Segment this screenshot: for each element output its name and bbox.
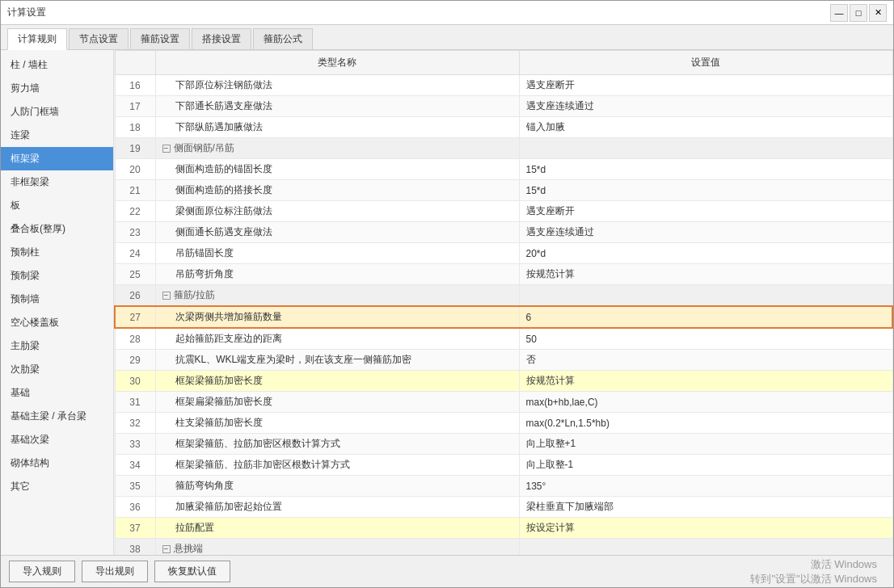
footer: 导入规则 导出规则 恢复默认值 激活 Windows转到"设置"以激活 Wind… [1, 555, 893, 587]
minimize-button[interactable]: — [830, 4, 848, 22]
tab-lap-settings[interactable]: 搭接设置 [192, 28, 251, 49]
title-controls: — □ ✕ [830, 4, 887, 22]
row-number: 21 [115, 180, 155, 201]
sidebar-item-sub-rib[interactable]: 次肋梁 [1, 358, 113, 381]
row-value: 15*d [519, 159, 892, 180]
title-bar: 计算设置 — □ ✕ [1, 1, 893, 25]
sidebar-item-composite-slab[interactable]: 叠合板(整厚) [1, 217, 113, 241]
row-number: 24 [115, 243, 155, 264]
tab-stirrup-settings[interactable]: 箍筋设置 [130, 28, 190, 49]
sidebar-item-foundation-main[interactable]: 基础主梁 / 承台梁 [1, 405, 113, 428]
row-number: 31 [115, 392, 155, 413]
row-value: 向上取整-1 [519, 455, 892, 476]
sidebar-item-col-wall[interactable]: 柱 / 墙柱 [1, 53, 113, 77]
row-name: −箍筋/拉筋 [155, 285, 519, 307]
row-name: 箍筋弯钩角度 [155, 476, 519, 497]
sidebar-item-foundation-sub[interactable]: 基础次梁 [1, 428, 113, 452]
sidebar-item-precast-col[interactable]: 预制柱 [1, 241, 113, 264]
row-name: −侧面钢筋/吊筋 [155, 138, 519, 159]
row-number: 27 [115, 306, 155, 328]
table-row[interactable]: 26−箍筋/拉筋 [115, 285, 892, 307]
row-value: 按规范计算 [519, 264, 892, 285]
row-number: 30 [115, 371, 155, 392]
row-value [519, 138, 892, 159]
col-header-value: 设置值 [519, 51, 892, 75]
row-name: 梁侧面原位标注筋做法 [155, 201, 519, 222]
restore-button[interactable]: 恢复默认值 [154, 561, 230, 582]
table-row[interactable]: 29抗震KL、WKL端支座为梁时，则在该支座一侧箍筋加密否 [115, 350, 892, 371]
table-row[interactable]: 38−悬挑端 [115, 539, 892, 556]
row-name: 次梁两侧共增加箍筋数量 [155, 306, 519, 328]
row-name: 加腋梁箍筋加密起始位置 [155, 497, 519, 518]
row-number: 37 [115, 518, 155, 539]
sidebar-item-slab[interactable]: 板 [1, 194, 113, 217]
row-number: 16 [115, 75, 155, 96]
tab-stirrup-formula[interactable]: 箍筋公式 [253, 28, 313, 49]
sidebar-item-masonry[interactable]: 砌体结构 [1, 452, 113, 475]
close-button[interactable]: ✕ [869, 4, 887, 22]
tab-node-settings[interactable]: 节点设置 [69, 28, 129, 49]
table-row[interactable]: 28起始箍筋距支座边的距离50 [115, 328, 892, 350]
table-row[interactable]: 24吊筋锚固长度20*d [115, 243, 892, 264]
row-name: 抗震KL、WKL端支座为梁时，则在该支座一侧箍筋加密 [155, 350, 519, 371]
table-row[interactable]: 36加腋梁箍筋加密起始位置梁柱垂直下加腋端部 [115, 497, 892, 518]
sidebar-item-beam[interactable]: 连梁 [1, 124, 113, 147]
table-row[interactable]: 21侧面构造筋的搭接长度15*d [115, 180, 892, 201]
collapse-icon[interactable]: − [162, 292, 171, 300]
row-name: 吊筋弯折角度 [155, 264, 519, 285]
table-row[interactable]: 23侧面通长筋遇支座做法遇支座连续通过 [115, 222, 892, 243]
table-row[interactable]: 18下部纵筋遇加腋做法锚入加腋 [115, 117, 892, 138]
table-row[interactable]: 16下部原位标注钢筋做法遇支座断开 [115, 75, 892, 96]
sidebar-item-foundation[interactable]: 基础 [1, 381, 113, 405]
row-value: 6 [519, 306, 892, 328]
row-number: 25 [115, 264, 155, 285]
collapse-icon[interactable]: − [162, 545, 171, 553]
table-row[interactable]: 30框架梁箍筋加密长度按规范计算 [115, 371, 892, 392]
table-row[interactable]: 33框架梁箍筋、拉筋加密区根数计算方式向上取整+1 [115, 434, 892, 455]
sidebar-item-frame-beam[interactable]: 框架梁 [1, 147, 113, 170]
sidebar-item-precast-wall[interactable]: 预制墙 [1, 288, 113, 311]
row-value: 50 [519, 328, 892, 350]
table-row[interactable]: 19−侧面钢筋/吊筋 [115, 138, 892, 159]
export-button[interactable]: 导出规则 [82, 561, 148, 582]
sidebar-item-hollow-slab[interactable]: 空心楼盖板 [1, 311, 113, 334]
sidebar-item-other[interactable]: 其它 [1, 475, 113, 498]
row-value: 遇支座连续通过 [519, 222, 892, 243]
table-row[interactable]: 27次梁两侧共增加箍筋数量6 [115, 306, 892, 328]
table-row[interactable]: 22梁侧面原位标注筋做法遇支座断开 [115, 201, 892, 222]
row-number: 22 [115, 201, 155, 222]
table-row[interactable]: 37拉筋配置按设定计算 [115, 518, 892, 539]
row-value [519, 285, 892, 307]
collapse-icon[interactable]: − [162, 145, 171, 153]
sidebar: 柱 / 墙柱剪力墙人防门框墙连梁框架梁非框架梁板叠合板(整厚)预制柱预制梁预制墙… [1, 50, 114, 555]
table-row[interactable]: 35箍筋弯钩角度135° [115, 476, 892, 497]
maximize-button[interactable]: □ [850, 4, 867, 22]
row-name: 框架梁箍筋加密长度 [155, 371, 519, 392]
import-button[interactable]: 导入规则 [9, 561, 75, 582]
row-number: 35 [115, 476, 155, 497]
table-row[interactable]: 31框架扁梁箍筋加密长度max(b+hb,lae,C) [115, 392, 892, 413]
tab-calc-rules[interactable]: 计算规则 [7, 28, 67, 50]
table-row[interactable]: 34框架梁箍筋、拉筋非加密区根数计算方式向上取整-1 [115, 455, 892, 476]
sidebar-item-main-rib[interactable]: 主肋梁 [1, 334, 113, 358]
window-title: 计算设置 [7, 6, 46, 19]
row-number: 29 [115, 350, 155, 371]
sidebar-item-shear-wall[interactable]: 剪力墙 [1, 77, 113, 100]
table-row[interactable]: 25吊筋弯折角度按规范计算 [115, 264, 892, 285]
sidebar-item-non-frame-beam[interactable]: 非框架梁 [1, 170, 113, 194]
row-number: 36 [115, 497, 155, 518]
footer-buttons: 导入规则 导出规则 恢复默认值 [9, 561, 230, 582]
sidebar-item-civil-defense[interactable]: 人防门框墙 [1, 100, 113, 124]
row-number: 23 [115, 222, 155, 243]
settings-table: 类型名称 设置值 16下部原位标注钢筋做法遇支座断开17下部通长筋遇支座做法遇支… [114, 50, 893, 555]
table-row[interactable]: 17下部通长筋遇支座做法遇支座连续通过 [115, 96, 892, 117]
row-number: 33 [115, 434, 155, 455]
table-row[interactable]: 20侧面构造筋的锚固长度15*d [115, 159, 892, 180]
table-row[interactable]: 32柱支梁箍筋加密长度max(0.2*Ln,1.5*hb) [115, 413, 892, 434]
row-number: 17 [115, 96, 155, 117]
row-name: −悬挑端 [155, 539, 519, 556]
row-value: 遇支座断开 [519, 201, 892, 222]
sidebar-item-precast-beam[interactable]: 预制梁 [1, 264, 113, 288]
row-number: 20 [115, 159, 155, 180]
row-name: 侧面构造筋的锚固长度 [155, 159, 519, 180]
